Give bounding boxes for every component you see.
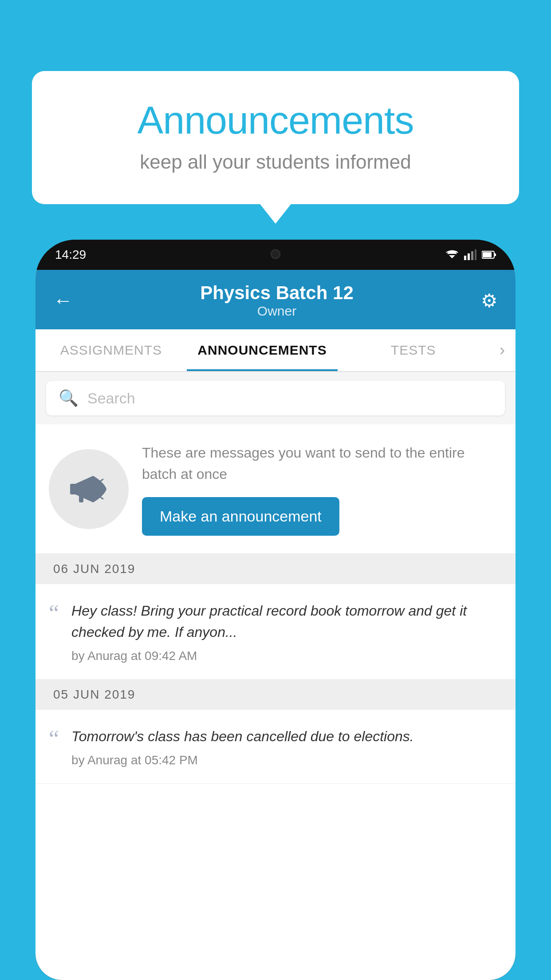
- search-bar[interactable]: 🔍 Search: [46, 381, 505, 415]
- svg-rect-4: [475, 249, 476, 260]
- notch: [240, 240, 311, 265]
- tabs-more-button[interactable]: ›: [489, 329, 516, 371]
- svg-rect-9: [70, 484, 76, 494]
- signal-icon: [464, 249, 476, 260]
- announcement-item-1[interactable]: “ Hey class! Bring your practical record…: [35, 584, 516, 680]
- svg-rect-7: [494, 253, 496, 256]
- announcement-item-2[interactable]: “ Tomorrow's class has been cancelled du…: [35, 710, 516, 784]
- settings-icon[interactable]: ⚙: [481, 290, 498, 312]
- announcement-text-2: Tomorrow's class has been cancelled due …: [71, 726, 414, 747]
- svg-marker-0: [449, 255, 455, 258]
- wifi-icon: [445, 249, 459, 260]
- quote-icon-2: “: [49, 727, 59, 751]
- search-container: 🔍 Search: [35, 372, 516, 424]
- svg-rect-13: [79, 494, 83, 502]
- app-header: ← Physics Batch 12 Owner ⚙: [35, 270, 516, 329]
- header-subtitle: Owner: [200, 304, 354, 319]
- svg-rect-3: [471, 251, 473, 260]
- speech-bubble: Announcements keep all your students inf…: [32, 71, 519, 204]
- announcement-text-1: Hey class! Bring your practical record b…: [71, 600, 500, 643]
- svg-marker-8: [75, 476, 93, 502]
- tab-tests[interactable]: TESTS: [338, 329, 489, 371]
- promo-description: These are messages you want to send to t…: [142, 442, 502, 485]
- quote-icon-1: “: [49, 602, 59, 625]
- make-announcement-button[interactable]: Make an announcement: [142, 497, 339, 536]
- battery-icon: [482, 250, 496, 259]
- phone-screen: ← Physics Batch 12 Owner ⚙ ASSIGNMENTS A…: [35, 270, 516, 980]
- date-separator-1: 06 JUN 2019: [35, 554, 516, 584]
- announcement-meta-1: by Anurag at 09:42 AM: [71, 649, 500, 663]
- search-icon: 🔍: [59, 389, 79, 407]
- bubble-title: Announcements: [67, 98, 484, 143]
- promo-icon-circle: [49, 449, 129, 529]
- announcement-content-2: Tomorrow's class has been cancelled due …: [71, 726, 414, 767]
- svg-rect-1: [464, 256, 466, 260]
- search-placeholder: Search: [87, 390, 135, 407]
- bubble-subtitle: keep all your students informed: [67, 151, 484, 173]
- status-bar: 14:29: [35, 240, 516, 270]
- megaphone-icon: [67, 467, 111, 511]
- tab-announcements[interactable]: ANNOUNCEMENTS: [187, 329, 338, 371]
- date-separator-2: 05 JUN 2019: [35, 680, 516, 710]
- tab-assignments[interactable]: ASSIGNMENTS: [35, 329, 187, 371]
- promo-right: These are messages you want to send to t…: [142, 442, 502, 536]
- svg-rect-6: [483, 252, 492, 257]
- header-title: Physics Batch 12: [200, 282, 354, 304]
- header-center: Physics Batch 12 Owner: [200, 282, 354, 319]
- tabs-bar: ASSIGNMENTS ANNOUNCEMENTS TESTS ›: [35, 329, 516, 372]
- camera: [271, 249, 280, 259]
- promo-section: These are messages you want to send to t…: [35, 424, 516, 554]
- status-time: 14:29: [55, 248, 86, 262]
- announcement-meta-2: by Anurag at 05:42 PM: [71, 753, 414, 767]
- svg-rect-2: [468, 253, 470, 260]
- back-button[interactable]: ←: [53, 289, 73, 312]
- phone-frame: 14:29: [35, 240, 516, 980]
- announcement-content-1: Hey class! Bring your practical record b…: [71, 600, 500, 663]
- status-icons: [445, 249, 496, 260]
